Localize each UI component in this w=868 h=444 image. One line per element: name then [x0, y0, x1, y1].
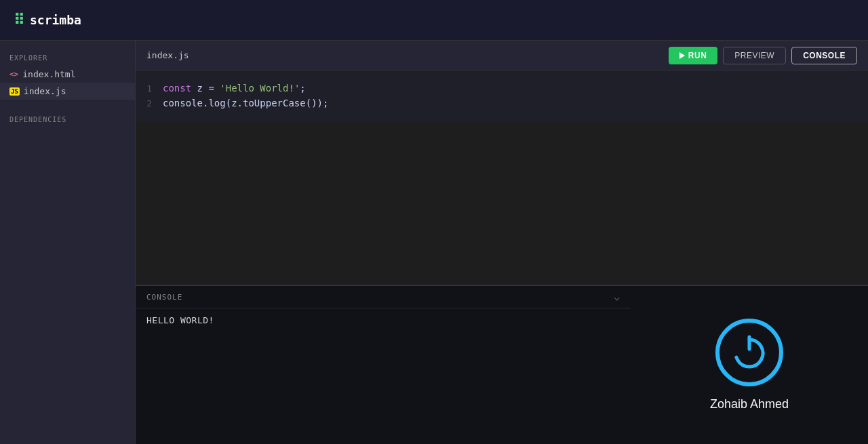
- console-output-text: HELLO WORLD!: [146, 315, 214, 325]
- html-filename: index.html: [22, 69, 75, 79]
- editor-top: index.js RUN PREVIEW CONSOLE 1 const z =…: [136, 41, 868, 285]
- dependencies-label: DEPENDENCIES: [0, 110, 135, 127]
- line-number-2: 2: [136, 98, 163, 108]
- explorer-label: EXPLORER: [0, 49, 135, 66]
- code-line-2: 2 console.log(z.toUpperCase());: [136, 96, 868, 111]
- html-file-icon: <>: [9, 70, 18, 79]
- main-layout: EXPLORER <> index.html JS index.js DEPEN…: [0, 41, 868, 444]
- topbar: ⠿ scrimba: [0, 0, 868, 41]
- power-svg-icon: [731, 334, 768, 371]
- console-collapse-icon[interactable]: ⌵: [614, 291, 620, 302]
- console-header: CONSOLE ⌵: [136, 286, 631, 308]
- console-label: CONSOLE: [146, 293, 182, 302]
- code-line-1: 1 const z = 'Hello World!';: [136, 81, 868, 96]
- line-number-1: 1: [136, 83, 163, 94]
- logo-icon: ⠿: [14, 12, 24, 28]
- editor-console-split: index.js RUN PREVIEW CONSOLE 1 const z =…: [136, 41, 868, 444]
- active-file-tab: index.js: [146, 50, 189, 60]
- console-bottom: CONSOLE ⌵ HELLO WORLD!: [136, 285, 868, 444]
- profile-name: Zohaib Ahmed: [710, 397, 789, 411]
- js-filename: index.js: [24, 86, 66, 96]
- js-file-icon: JS: [9, 87, 20, 96]
- preview-button[interactable]: PREVIEW: [723, 47, 786, 64]
- console-button[interactable]: CONSOLE: [791, 47, 857, 64]
- run-icon: [679, 52, 685, 59]
- editor-toolbar: index.js RUN PREVIEW CONSOLE: [136, 41, 868, 70]
- sidebar-file-js[interactable]: JS index.js: [0, 83, 135, 100]
- code-editor: 1 const z = 'Hello World!'; 2 console.lo…: [136, 70, 868, 122]
- console-panel: CONSOLE ⌵ HELLO WORLD!: [136, 286, 631, 444]
- sidebar: EXPLORER <> index.html JS index.js DEPEN…: [0, 41, 136, 444]
- code-content-2: console.log(z.toUpperCase());: [163, 98, 328, 108]
- logo: ⠿ scrimba: [14, 12, 81, 28]
- console-output: HELLO WORLD!: [136, 308, 631, 332]
- run-button[interactable]: RUN: [669, 47, 718, 64]
- logo-text: scrimba: [30, 13, 81, 27]
- profile-area: Zohaib Ahmed: [631, 286, 868, 444]
- profile-avatar: [715, 319, 783, 386]
- sidebar-file-html[interactable]: <> index.html: [0, 66, 135, 83]
- toolbar-buttons: RUN PREVIEW CONSOLE: [669, 47, 857, 64]
- power-circle-icon: [715, 319, 783, 386]
- code-content-1: const z = 'Hello World!';: [163, 83, 306, 94]
